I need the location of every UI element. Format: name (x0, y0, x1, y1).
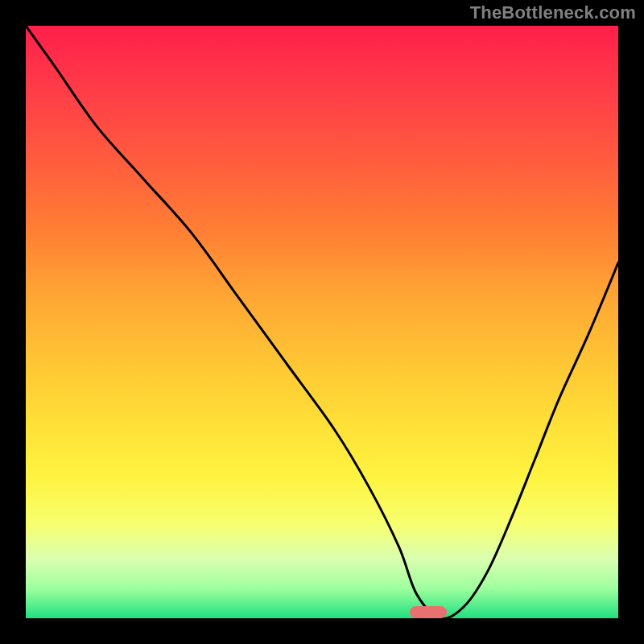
minimum-marker (410, 606, 447, 618)
watermark-text: TheBottleneck.com (470, 2, 636, 23)
chart-frame: TheBottleneck.com (0, 0, 644, 644)
bottleneck-curve (26, 26, 618, 618)
plot-area (26, 26, 618, 618)
